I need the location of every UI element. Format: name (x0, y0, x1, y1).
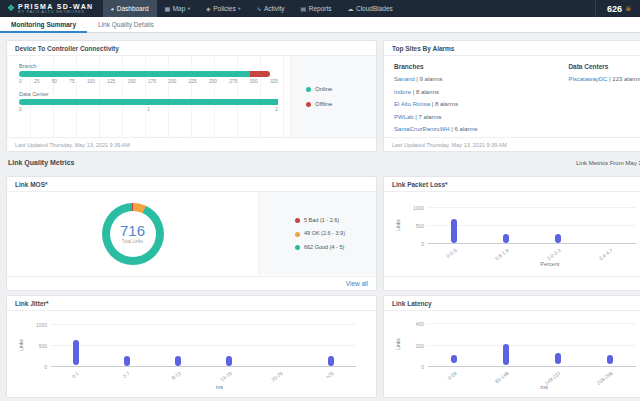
card-title: Top Sites By Alarms (384, 41, 640, 56)
nav-item-policies[interactable]: ◈ Policies ▾ (198, 0, 248, 17)
legend-item-bad: 5 Bad (1 - 2.6) (295, 217, 376, 223)
card-title: Link Packet Loss* (384, 177, 640, 192)
y-axis-label: Links (18, 339, 24, 351)
offline-dot-icon (306, 102, 311, 107)
nav-item-dashboard[interactable]: ◕ Dashboard (103, 0, 157, 17)
y-gridline (51, 345, 356, 346)
mos-legend: 5 Bad (1 - 2.6) 49 OK (2.6 - 3.9) 662 Go… (258, 192, 376, 275)
tab-monitoring-summary[interactable]: Monitoring Summary (0, 17, 87, 32)
site-link[interactable]: Indore (394, 89, 411, 95)
site-link[interactable]: SantaCruzRanzoWH (394, 126, 450, 132)
cloudblades-icon: ☁ (347, 5, 353, 12)
chevron-down-icon: ▾ (188, 6, 190, 11)
y-tick-label: 1000 (413, 205, 424, 211)
x-tick-label: 8-13 (170, 370, 182, 381)
x-tick-label: 300 (250, 79, 258, 84)
x-tick-label: 175 (148, 79, 156, 84)
y-tick-label: 0 (421, 364, 424, 370)
y-gridline (428, 207, 636, 208)
x-tick-label: 1 (147, 107, 150, 112)
reports-icon: ▤ (301, 5, 307, 12)
alarms-stack-icon: ≣ (625, 5, 631, 13)
x-tick-label: 2.0-3.3 (546, 247, 562, 261)
sub-tabbar: Monitoring Summary Link Quality Details (0, 17, 640, 33)
good-dot-icon (295, 245, 300, 250)
data-range-capsule (175, 356, 181, 366)
nav-label: Policies (213, 5, 235, 12)
x-axis-ticks: 0255075100125150175200225250275300325 (19, 79, 278, 84)
x-tick-label: 0-1 (71, 370, 80, 379)
nav-label: Reports (309, 5, 332, 12)
view-all-link[interactable]: View all (346, 277, 368, 291)
nav-item-cloudblades[interactable]: ☁ CloudBlades (339, 0, 400, 17)
connectivity-body: Branch 025507510012515017520022525027530… (7, 56, 376, 137)
x-tick-label: 0-0.5 (445, 247, 458, 259)
data-range-capsule (555, 234, 561, 243)
donut-center: 716 Total Links (102, 203, 164, 265)
data-range-capsule (451, 219, 457, 243)
device-connectivity-card: Device To Controller Connectivity Branch… (6, 40, 377, 152)
x-tick-label: 0 (19, 107, 22, 112)
y-tick-label: 0 (44, 364, 47, 370)
legend-item-good: 662 Good (4 - 5) (295, 244, 376, 250)
x-tick-label: 75 (69, 79, 74, 84)
y-tick-label: 500 (416, 223, 424, 229)
online-bar-segment (19, 71, 250, 77)
data-range-capsule (607, 355, 613, 364)
nav-item-activity[interactable]: ∿ Activity (248, 0, 292, 17)
x-tick-label: 2-7 (122, 370, 131, 379)
alarm-count: 626 (607, 4, 622, 14)
x-tick-label: 200 (168, 79, 176, 84)
alarm-count-button[interactable]: 626 ≣ (595, 0, 640, 17)
bar-label: Branch (19, 63, 278, 69)
legend-offline: Offline (306, 101, 376, 107)
nav-item-map[interactable]: ▦ Map ▾ (157, 0, 199, 17)
total-links-label: Total Links (122, 239, 143, 244)
site-link[interactable]: El Alto Ronsa (394, 101, 430, 107)
y-gridline (428, 225, 636, 226)
x-axis-line (51, 366, 356, 367)
tab-link-quality-details[interactable]: Link Quality Details (87, 17, 165, 32)
x-tick-label: 0.6-1.9 (494, 247, 510, 261)
x-tick-label: 3.4-4.7 (598, 247, 614, 261)
link-latency-card: Link Latency 0200400Links0-5960-148149-2… (383, 295, 640, 398)
latency-chart: 0200400Links0-5960-148149-237238-296ms (428, 320, 636, 367)
link-metrics-range-text: Link Metrics From May 13, 2021 (576, 160, 640, 166)
last-updated-text: Last Updated Thursday, May 13, 2021 9:39… (384, 137, 640, 151)
nav-label: Activity (264, 5, 285, 12)
y-axis-label: Links (395, 219, 401, 231)
packet-loss-chart: 05001000Links0-0.50.6-1.92.0-3.33.4-4.7P… (428, 205, 636, 244)
nav-item-reports[interactable]: ▤ Reports (293, 0, 340, 17)
site-link[interactable]: Sanand (394, 76, 415, 82)
branches-column: Branches Sanand | 9 alarms Indore | 8 al… (394, 63, 568, 137)
dashboard-content: Device To Controller Connectivity Branch… (0, 33, 640, 401)
policies-icon: ◈ (206, 5, 211, 12)
x-tick-label: 50 (52, 79, 57, 84)
link-mos-body: 716 Total Links 5 Bad (1 - 2.6) 49 OK (2… (7, 192, 376, 275)
x-tick-label: 100 (87, 79, 95, 84)
link-mos-card: Link MOS* 716 Total Links 5 Bad (1 - 2.6… (6, 176, 377, 291)
dashboard-icon: ◕ (111, 6, 115, 12)
x-tick-label: 20-25 (270, 370, 284, 383)
link-packet-loss-card: Link Packet Loss* 05001000Links0-0.50.6-… (383, 176, 640, 291)
branch-list-item: SantaCruzRanzoWH | 6 alarms (394, 126, 568, 132)
y-tick-label: 0 (421, 241, 424, 247)
nav-label: Map (173, 5, 186, 12)
data-range-capsule (451, 355, 457, 364)
data-range-capsule (555, 353, 561, 364)
x-axis-ticks: 012 (19, 107, 278, 112)
data-range-capsule (503, 234, 509, 243)
y-axis-label: Links (395, 338, 401, 350)
top-sites-card: Top Sites By Alarms Branches Sanand | 9 … (383, 40, 640, 152)
data-centers-column: Data Centers PiscatawayDC | 223 alarms (568, 63, 640, 137)
x-tick-label: 25 (34, 79, 39, 84)
x-tick-label: 250 (209, 79, 217, 84)
x-tick-label: 225 (189, 79, 197, 84)
data-range-capsule (226, 356, 232, 366)
site-link[interactable]: PiscatawayDC (568, 76, 607, 82)
x-tick-label: 14-19 (219, 370, 233, 383)
legend-item-ok: 49 OK (2.6 - 3.9) (295, 230, 376, 236)
prisma-sdwan-logo[interactable]: ❖ PRISMA SD-WAN BY PALO ALTO NETWORKS (0, 0, 103, 17)
data-range-capsule (503, 344, 509, 365)
site-link[interactable]: PWLab (394, 114, 414, 120)
